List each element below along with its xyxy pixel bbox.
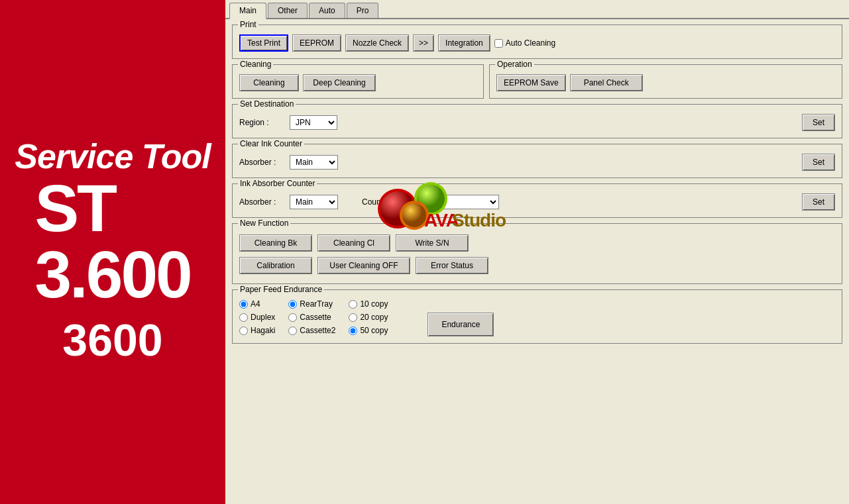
operation-buttons-row: EEPROM Save Panel Check — [496, 74, 835, 91]
region-label: Region : — [239, 118, 286, 127]
region-select[interactable]: JPN USA EUR — [290, 115, 337, 130]
ink-absorber-counter-section: Ink Absorber Counter Absorber : Main Sub… — [232, 183, 842, 218]
paper-feed-options: A4 Duplex Hagaki RearTray — [239, 299, 835, 336]
duplex-radio[interactable] — [239, 313, 248, 322]
copy-count-col: 10 copy 20 copy 50 copy — [349, 299, 388, 335]
test-print-button[interactable]: Test Print — [239, 34, 288, 52]
write-sn-button[interactable]: Write S/N — [396, 234, 469, 252]
set-destination-label: Set Destination — [238, 99, 296, 109]
10copy-radio[interactable] — [349, 300, 357, 309]
sidebar-version-label: 3.600 — [34, 237, 190, 311]
paper-feed-section: Paper Feed Endurance A4 Duplex Hagaki — [232, 289, 842, 344]
reartray-radio[interactable] — [288, 300, 297, 309]
hagaki-radio-label[interactable]: Hagaki — [239, 326, 275, 335]
new-function-row2: Calibration User Cleaning OFF Error Stat… — [239, 257, 835, 274]
ink-absorber-row: Absorber : Main Sub Counter Value(%) : 0… — [239, 193, 835, 211]
new-function-section: New Function Cleaning Bk Cleaning Cl Wri… — [232, 223, 842, 284]
content-area: Print Test Print EEPROM Nozzle Check >> … — [225, 19, 849, 504]
counter-value-label: Counter Value(%) : — [362, 197, 429, 207]
reartray-radio-label[interactable]: RearTray — [288, 299, 335, 309]
endurance-button[interactable]: Endurance — [427, 313, 494, 336]
cleaning-operation-row: Cleaning Cleaning Deep Cleaning Operatio… — [232, 64, 842, 104]
10copy-radio-label[interactable]: 10 copy — [349, 299, 388, 309]
cleaning-cl-button[interactable]: Cleaning Cl — [317, 234, 390, 252]
cleaning-bk-button[interactable]: Cleaning Bk — [239, 234, 312, 252]
new-function-row1: Cleaning Bk Cleaning Cl Write S/N — [239, 234, 835, 252]
a4-radio[interactable] — [239, 300, 248, 309]
sidebar: Service Tool ST 3.600 3600 — [0, 0, 225, 504]
calibration-button[interactable]: Calibration — [239, 257, 312, 274]
operation-section-label: Operation — [495, 60, 534, 69]
eeprom-save-button[interactable]: EEPROM Save — [496, 74, 566, 91]
set-destination-button[interactable]: Set — [802, 114, 835, 131]
integration-button[interactable]: Integration — [438, 34, 490, 52]
cleaning-section: Cleaning Cleaning Deep Cleaning — [232, 64, 484, 99]
absorber-label: Absorber : — [239, 158, 286, 167]
clear-ink-set-button[interactable]: Set — [802, 154, 835, 171]
cassette2-radio-label[interactable]: Cassette2 — [288, 326, 335, 335]
endurance-button-area: Endurance — [427, 313, 494, 336]
cassette2-label: Cassette2 — [300, 326, 335, 335]
cassette2-radio[interactable] — [288, 327, 297, 335]
tab-auto[interactable]: Auto — [309, 3, 345, 18]
hagaki-label: Hagaki — [251, 326, 275, 335]
tab-pro[interactable]: Pro — [347, 3, 379, 18]
error-status-button[interactable]: Error Status — [416, 257, 488, 274]
nozzle-check-button[interactable]: Nozzle Check — [345, 34, 409, 52]
20copy-radio-label[interactable]: 20 copy — [349, 313, 388, 322]
clear-ink-counter-label: Clear Ink Counter — [238, 139, 304, 148]
duplex-label: Duplex — [251, 313, 275, 322]
print-section: Print Test Print EEPROM Nozzle Check >> … — [232, 25, 842, 59]
auto-cleaning-label: Auto Cleaning — [506, 38, 555, 48]
cassette-radio[interactable] — [288, 313, 297, 322]
sidebar-st-label: ST — [34, 171, 115, 245]
ink-absorber-label: Absorber : — [239, 197, 286, 207]
reartray-label: RearTray — [300, 299, 333, 309]
paper-feed-label: Paper Feed Endurance — [238, 285, 324, 294]
cleaning-buttons-row: Cleaning Deep Cleaning — [239, 74, 477, 91]
auto-cleaning-checkbox-label[interactable]: Auto Cleaning — [494, 38, 555, 48]
sidebar-service-tool-label: Service Tool — [15, 138, 210, 175]
cleaning-section-label: Cleaning — [238, 60, 273, 69]
a4-radio-label[interactable]: A4 — [239, 299, 275, 309]
more-button[interactable]: >> — [413, 34, 434, 52]
duplex-radio-label[interactable]: Duplex — [239, 313, 275, 322]
panel-check-button[interactable]: Panel Check — [570, 74, 643, 91]
hagaki-radio[interactable] — [239, 327, 248, 335]
ink-absorber-set-button[interactable]: Set — [802, 193, 835, 211]
new-function-label: New Function — [238, 219, 290, 228]
deep-cleaning-button[interactable]: Deep Cleaning — [303, 74, 376, 91]
sidebar-st-model-label: ST 3.600 — [34, 175, 190, 307]
20copy-label: 20 copy — [360, 313, 388, 322]
20copy-radio[interactable] — [349, 313, 357, 322]
ink-absorber-select[interactable]: Main Sub — [290, 195, 338, 209]
10copy-label: 10 copy — [360, 299, 388, 309]
absorber-row: Absorber : Main Sub Set — [239, 154, 835, 171]
eeprom-button[interactable]: EEPROM — [292, 34, 341, 52]
user-cleaning-off-button[interactable]: User Cleaning OFF — [317, 257, 410, 274]
paper-type-col: A4 Duplex Hagaki — [239, 299, 275, 335]
tab-main[interactable]: Main — [229, 3, 266, 19]
clear-ink-counter-section: Clear Ink Counter Absorber : Main Sub Se… — [232, 144, 842, 178]
cassette-label: Cassette — [300, 313, 331, 322]
cassette-radio-label[interactable]: Cassette — [288, 313, 335, 322]
print-buttons-row: Test Print EEPROM Nozzle Check >> Integr… — [239, 34, 835, 52]
sidebar-model-number: 3600 — [62, 314, 162, 366]
a4-label: A4 — [251, 299, 260, 309]
auto-cleaning-checkbox[interactable] — [494, 39, 503, 48]
main-area: Main Other Auto Pro Print Test Print EEP… — [225, 0, 849, 504]
50copy-radio-label[interactable]: 50 copy — [349, 326, 388, 335]
50copy-label: 50 copy — [360, 326, 388, 335]
region-row: Region : JPN USA EUR Set — [239, 114, 835, 131]
operation-section: Operation EEPROM Save Panel Check — [489, 64, 842, 99]
tab-other[interactable]: Other — [268, 3, 308, 18]
set-destination-section: Set Destination Region : JPN USA EUR Set — [232, 104, 842, 138]
50copy-radio[interactable] — [349, 327, 357, 335]
cleaning-button[interactable]: Cleaning — [239, 74, 299, 91]
ink-absorber-counter-label: Ink Absorber Counter — [238, 179, 317, 188]
absorber-select[interactable]: Main Sub — [290, 155, 338, 170]
counter-value-select[interactable]: 0 — [433, 195, 499, 209]
tab-bar: Main Other Auto Pro — [225, 0, 849, 19]
print-section-label: Print — [238, 20, 258, 29]
paper-source-col: RearTray Cassette Cassette2 — [288, 299, 335, 335]
